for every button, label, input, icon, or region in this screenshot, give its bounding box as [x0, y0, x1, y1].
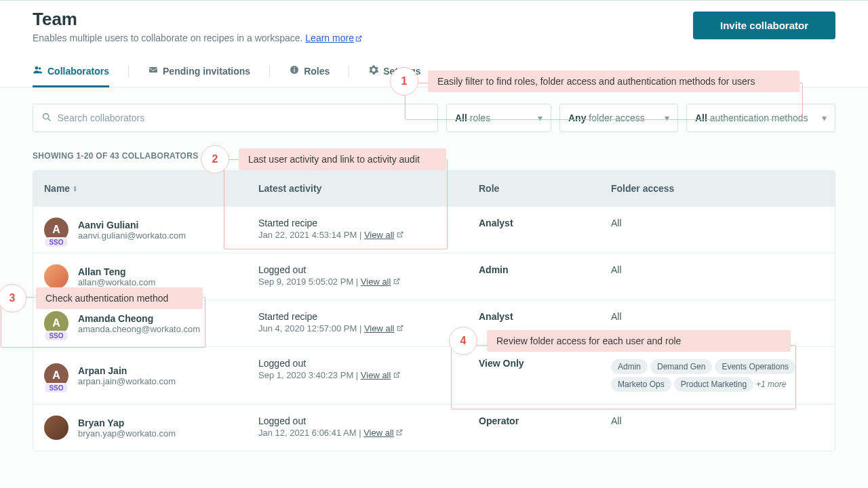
sso-badge: SSO: [44, 331, 68, 341]
folder-chip: Admin: [611, 359, 648, 374]
latest-timestamp: Jun 4, 2020 12:57:00 PM | View all: [258, 323, 477, 333]
annotation-2: 2 Last user activity and link to activit…: [201, 145, 446, 174]
chevron-down-icon: ▾: [538, 113, 542, 123]
folder-access-text: All: [611, 311, 824, 322]
latest-action: Logged out: [258, 358, 477, 369]
tab-separator: [128, 65, 129, 77]
gear-icon: [368, 64, 379, 77]
latest-action: Started recipe: [258, 311, 477, 322]
external-link-icon: [391, 370, 400, 380]
svg-point-0: [35, 66, 39, 70]
user-name: Bryan Yap: [78, 418, 176, 428]
table-row[interactable]: Bryan Yapbryan.yap@workato.comLogged out…: [33, 404, 835, 451]
folder-chip: Marketo Ops: [611, 377, 671, 392]
tab-separator: [269, 65, 270, 77]
svg-rect-2: [149, 67, 157, 73]
avatar: ASSO: [44, 363, 68, 388]
folder-access-text: All: [611, 218, 824, 228]
learn-more-link[interactable]: Learn more: [305, 33, 362, 43]
view-all-link[interactable]: View all: [363, 428, 394, 438]
latest-timestamp: Sep 9, 2019 5:05:02 PM | View all: [258, 277, 477, 287]
column-latest-activity: Latest activity: [257, 183, 477, 194]
table-row[interactable]: ASSOAanvi Gulianiaanvi.guliani@workato.c…: [33, 206, 835, 253]
folder-access-text: All: [611, 415, 824, 426]
external-link-icon: [394, 230, 403, 240]
folder-chip: Demand Gen: [650, 359, 712, 374]
user-email: arpan.jain@workato.com: [78, 376, 176, 386]
tab-collaborators[interactable]: Collaborators: [33, 64, 109, 87]
external-link-icon: [394, 323, 403, 333]
user-name: Aanvi Guliani: [78, 220, 186, 230]
role-text: Operator: [479, 415, 610, 426]
svg-rect-4: [294, 69, 294, 73]
table-header: Name ▲▼ Latest activity Role Folder acce…: [33, 171, 835, 206]
avatar: ASSO: [44, 311, 68, 336]
latest-action: Logged out: [258, 415, 477, 426]
svg-point-6: [43, 113, 49, 119]
search-input[interactable]: [58, 113, 429, 123]
people-icon: [33, 64, 43, 77]
latest-timestamp: Jan 12, 2021 6:06:41 AM | View all: [258, 428, 477, 438]
latest-timestamp: Jan 22, 2021 4:53:14 PM | View all: [258, 230, 477, 240]
filter-auth-dropdown[interactable]: All authentication methods ▾: [686, 104, 835, 132]
tab-pending-invitations[interactable]: Pending invitations: [148, 64, 250, 87]
role-text: View Only: [479, 358, 610, 369]
external-link-icon: [391, 277, 400, 287]
column-name[interactable]: Name ▲▼: [33, 183, 257, 194]
page-title: Team: [33, 9, 362, 30]
filter-roles-dropdown[interactable]: All roles ▾: [446, 104, 551, 132]
avatar: [44, 415, 68, 440]
mail-icon: [148, 64, 159, 77]
avatar: ASSO: [44, 218, 68, 242]
search-icon: [41, 112, 52, 125]
view-all-link[interactable]: View all: [361, 277, 391, 287]
folder-chip: Events Operations: [715, 359, 795, 374]
annotation-4: 4 Review folder access for each user and…: [449, 327, 791, 355]
folder-access-text: All: [611, 264, 824, 275]
user-email: aanvi.guliani@workato.com: [78, 230, 186, 241]
annotation-3: 3 Check authentication method: [0, 284, 203, 312]
role-text: Admin: [479, 264, 610, 275]
user-email: bryan.yap@workato.com: [78, 428, 176, 439]
sort-icon: ▲▼: [73, 185, 77, 192]
tab-separator: [349, 65, 349, 77]
view-all-link[interactable]: View all: [361, 370, 391, 380]
role-text: Analyst: [479, 311, 610, 322]
page-subtitle: Enables multiple users to collaborate on…: [33, 33, 362, 44]
role-text: Analyst: [479, 218, 610, 228]
annotation-1: 1 Easily filter to find roles, folder ac…: [390, 67, 800, 96]
search-input-wrapper[interactable]: [33, 104, 438, 132]
sso-badge: SSO: [44, 237, 68, 247]
chevron-down-icon: ▾: [665, 113, 669, 123]
more-chips[interactable]: +1 more: [756, 380, 786, 389]
latest-timestamp: Sep 1, 2020 3:40:23 PM | View all: [258, 370, 477, 380]
latest-action: Logged out: [258, 264, 477, 275]
user-name: Allan Teng: [78, 266, 155, 277]
tab-roles[interactable]: Roles: [289, 64, 330, 87]
external-link-icon: [394, 428, 403, 438]
invite-collaborator-button[interactable]: Invite collaborator: [693, 12, 835, 39]
user-email: amanda.cheong@workato.com: [78, 324, 200, 334]
svg-point-5: [294, 67, 295, 68]
column-folder-access: Folder access: [610, 183, 835, 194]
user-name: Amanda Cheong: [78, 313, 200, 324]
filter-folder-dropdown[interactable]: Any folder access ▾: [559, 104, 678, 132]
user-name: Arpan Jain: [78, 365, 176, 376]
info-icon: [289, 64, 300, 77]
chevron-down-icon: ▾: [822, 113, 827, 123]
external-link-icon: [355, 33, 362, 44]
latest-action: Started recipe: [258, 218, 477, 228]
view-all-link[interactable]: View all: [364, 323, 395, 333]
column-role: Role: [477, 183, 610, 194]
view-all-link[interactable]: View all: [364, 230, 395, 240]
svg-point-1: [39, 67, 41, 69]
sso-badge: SSO: [44, 383, 68, 393]
folder-chip: Product Marketing: [674, 377, 753, 392]
